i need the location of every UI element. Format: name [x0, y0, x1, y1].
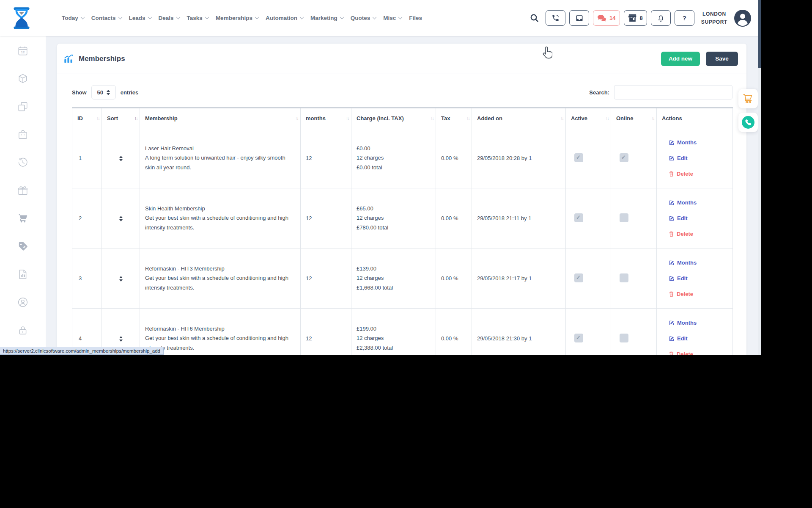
nav-item-deals[interactable]: Deals [159, 15, 180, 21]
search-icon[interactable] [530, 14, 539, 23]
edit-square-icon [669, 216, 674, 221]
edit-link[interactable]: Edit [669, 275, 727, 282]
entries-label: entries [121, 89, 139, 96]
nav-item-leads[interactable]: Leads [129, 15, 151, 21]
months-link[interactable]: Months [669, 320, 727, 326]
months-link[interactable]: Months [669, 139, 727, 146]
row-drag-handle-icon[interactable] [119, 336, 123, 342]
column-header-tax[interactable]: Tax↑↓ [436, 108, 472, 128]
column-header-id[interactable]: ID↑↓ [72, 108, 102, 128]
cell-tax: 0.00 % [436, 188, 472, 248]
lock-icon[interactable] [17, 325, 28, 336]
memberships-tbody: 1 Laser Hair Removal A long term solutio… [72, 128, 733, 355]
vertical-scrollbar-track[interactable] [758, 0, 761, 355]
row-drag-handle-icon[interactable] [119, 276, 123, 282]
cell-months: 12 [301, 128, 351, 188]
column-header-months[interactable]: months↑↓ [301, 108, 351, 128]
online-checkbox[interactable] [620, 334, 628, 342]
delete-link[interactable]: Delete [669, 351, 727, 355]
memberships-table: ID↑↓Sort↑↓Membership↑↓months↑↓Charge (In… [72, 107, 733, 355]
column-header-sort[interactable]: Sort↑↓ [102, 108, 140, 128]
floating-phone-button[interactable] [738, 113, 758, 132]
column-header-charge-incl-tax[interactable]: Charge (Incl. TAX)↑↓ [351, 108, 436, 128]
left-sidebar: 12 $ [0, 36, 46, 355]
inbox-button[interactable] [569, 10, 589, 26]
edit-square-icon [669, 156, 674, 161]
chat-notifications-button[interactable]: 14 [593, 10, 620, 26]
online-checkbox[interactable] [620, 153, 628, 162]
sort-arrows-icon: ↑↓ [606, 116, 609, 121]
phone-teal-icon [741, 116, 755, 129]
delete-link[interactable]: Delete [669, 171, 727, 177]
column-header-active[interactable]: Active↑↓ [566, 108, 611, 128]
column-header-added-on[interactable]: Added on↑↓ [472, 108, 566, 128]
help-button[interactable]: ? [675, 10, 694, 26]
cart-icon[interactable] [17, 213, 28, 224]
page-size-select[interactable]: 50 [91, 85, 116, 99]
row-drag-handle-icon[interactable] [119, 216, 123, 221]
edit-link[interactable]: Edit [669, 155, 727, 161]
header-buttons: Add new Save [661, 52, 738, 66]
column-header-membership[interactable]: Membership↑↓ [140, 108, 301, 128]
clinicsoftware-logo[interactable] [12, 6, 31, 30]
floating-cart-button[interactable] [738, 89, 758, 108]
online-checkbox[interactable] [620, 273, 628, 282]
cell-added-on: 29/05/2018 21:17 by 1 [472, 248, 566, 309]
nav-item-files[interactable]: Files [409, 15, 422, 21]
basket-icon[interactable] [17, 129, 28, 140]
sort-arrows-icon: ↑↓ [431, 116, 433, 121]
nav-item-quotes[interactable]: Quotes [351, 15, 376, 21]
edit-link[interactable]: Edit [669, 215, 727, 221]
active-checkbox[interactable] [574, 153, 583, 162]
cell-active [566, 309, 611, 355]
copy-icon[interactable] [17, 101, 28, 112]
chevron-down-icon [148, 15, 152, 19]
notifications-button[interactable] [651, 10, 671, 26]
history-icon[interactable] [17, 157, 28, 168]
table-wrapper: ID↑↓Sort↑↓Membership↑↓months↑↓Charge (In… [57, 107, 746, 355]
cell-actions: Months Edit Delete [657, 248, 733, 309]
months-link[interactable]: Months [669, 199, 727, 206]
store-count-badge: 8 [640, 15, 643, 21]
nav-item-automation[interactable]: Automation [266, 15, 303, 21]
edit-square-icon [669, 320, 674, 326]
nav-item-marketing[interactable]: Marketing [310, 15, 343, 21]
column-header-online[interactable]: Online↑↓ [611, 108, 657, 128]
store-button[interactable]: 8 [624, 10, 647, 26]
nav-item-tasks[interactable]: Tasks [187, 15, 208, 21]
user-avatar[interactable] [734, 10, 751, 27]
active-checkbox[interactable] [574, 334, 583, 342]
report-icon[interactable] [17, 269, 28, 280]
online-checkbox[interactable] [620, 213, 628, 222]
delete-link[interactable]: Delete [669, 291, 727, 297]
add-new-button[interactable]: Add new [661, 52, 700, 66]
delete-link[interactable]: Delete [669, 231, 727, 237]
nav-item-memberships[interactable]: Memberships [216, 15, 258, 21]
gift-icon[interactable] [17, 185, 28, 196]
charge-amount: £199.00 [357, 324, 431, 334]
search-input[interactable] [614, 85, 732, 99]
price-tag-icon[interactable]: $ [17, 241, 28, 252]
months-link[interactable]: Months [669, 260, 727, 266]
nav-item-contacts[interactable]: Contacts [91, 15, 122, 21]
cell-actions: Months Edit Delete [657, 128, 733, 188]
vertical-scrollbar-thumb[interactable] [758, 0, 761, 68]
membership-row: 3 Reformaskin - HIT3 Membership Get your… [72, 248, 733, 309]
active-checkbox[interactable] [574, 213, 583, 222]
topbar-actions: 14 8 ? LONDON SUPPORT [530, 10, 761, 27]
membership-row: 1 Laser Hair Removal A long term solutio… [72, 128, 733, 188]
save-button[interactable]: Save [706, 52, 738, 66]
nav-item-misc[interactable]: Misc [383, 15, 402, 21]
edit-link[interactable]: Edit [669, 335, 727, 342]
row-drag-handle-icon[interactable] [119, 156, 123, 161]
cell-active [566, 248, 611, 309]
calendar-12-icon[interactable]: 12 [17, 45, 28, 56]
active-checkbox[interactable] [574, 273, 583, 282]
membership-description: Get your best skin with a schedule of co… [145, 213, 295, 232]
nav-item-today[interactable]: Today [62, 15, 84, 21]
membership-name: Skin Health Membership [145, 204, 295, 213]
package-icon[interactable] [17, 73, 28, 84]
main-nav: TodayContactsLeadsDealsTasksMembershipsA… [62, 15, 422, 21]
phone-call-button[interactable] [546, 10, 565, 26]
user-badge-icon[interactable] [17, 297, 28, 308]
